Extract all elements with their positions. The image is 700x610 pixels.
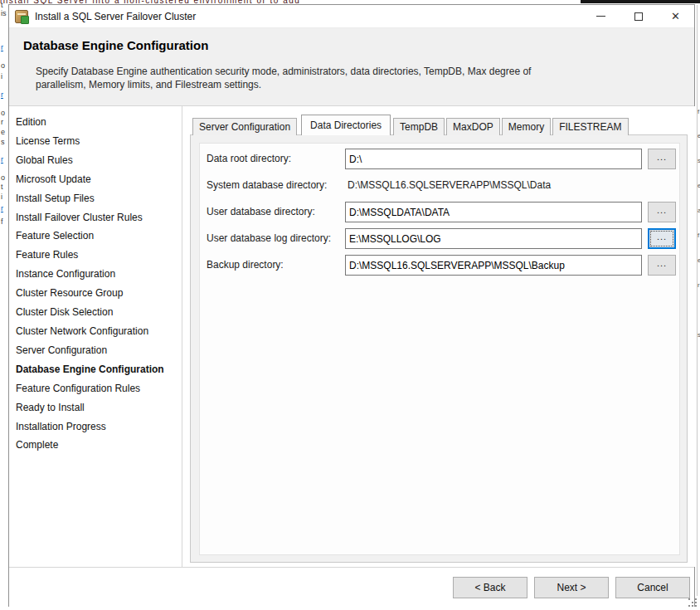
background-window-bar [581, 0, 700, 3]
tab-maxdop[interactable]: MaxDOP [446, 118, 500, 135]
background-char: i [1, 73, 2, 81]
back-button[interactable]: < Back [453, 577, 527, 598]
sidebar-item-cluster-disk-selection: Cluster Disk Selection [16, 303, 178, 322]
minimize-icon [596, 16, 605, 17]
minimize-button[interactable] [582, 5, 620, 27]
background-left-fragments: tisroiroresrotirf [0, 0, 8, 610]
background-char: r [1, 205, 3, 212]
resize-grip[interactable] [688, 598, 698, 608]
sidebar-item-installation-progress: Installation Progress [16, 417, 178, 437]
sidebar-item-complete: Complete [16, 436, 178, 455]
user-database-directory-browse-button[interactable]: ... [648, 202, 676, 222]
tab-server-configuration[interactable]: Server Configuration [192, 118, 297, 135]
background-char: t [1, 2, 3, 9]
content-area: Server ConfigurationData DirectoriesTemp… [183, 106, 696, 567]
field-row-user-database-directory: User database directory:... [200, 202, 679, 222]
page-title: Database Engine Configuration [23, 38, 208, 52]
data-root-directory-input[interactable] [345, 149, 642, 169]
field-row-backup-directory: Backup directory:... [200, 255, 679, 276]
field-label: User database directory: [207, 206, 315, 217]
maximize-button[interactable] [620, 5, 657, 27]
background-char: r [1, 91, 3, 99]
background-char: r [1, 44, 3, 51]
sidebar-item-cluster-network-configuration: Cluster Network Configuration [16, 322, 178, 341]
backup-directory-input[interactable] [345, 255, 642, 276]
field-row-system-database-directory: System database directory:D:\MSSQL16.SQL… [200, 175, 679, 196]
user-database-log-directory-browse-button[interactable]: ... [648, 228, 676, 249]
sidebar-item-install-failover-cluster-rules: Install Failover Cluster Rules [16, 208, 178, 227]
background-char: f [698, 109, 699, 115]
sidebar-item-cluster-resource-group: Cluster Resource Group [16, 284, 178, 303]
background-char: is [1, 10, 7, 17]
background-char: r [698, 282, 700, 289]
data-directories-tabpanel: Data root directory:...System database d… [190, 134, 688, 563]
background-char: o [1, 110, 5, 117]
window-controls: ✕ [582, 5, 694, 27]
footer-buttons: < BackNext >Cancel [9, 567, 694, 607]
sidebar-item-feature-rules: Feature Rules [16, 246, 178, 265]
sidebar-item-edition: Edition [16, 113, 178, 132]
cancel-button[interactable]: Cancel [615, 577, 690, 598]
background-char: i [1, 193, 2, 201]
tabstrip: Server ConfigurationData DirectoriesTemp… [192, 115, 630, 135]
field-label: Backup directory: [207, 259, 284, 271]
tab-memory[interactable]: Memory [502, 118, 551, 135]
background-char: r [1, 156, 3, 163]
system-database-directory-value: D:\MSSQL16.SQLSERVERAPP\MSSQL\Data [348, 179, 551, 191]
next-button[interactable]: Next > [534, 577, 609, 598]
backup-directory-browse-button[interactable]: ... [648, 255, 676, 276]
sidebar-item-license-terms: License Terms [16, 132, 178, 151]
sidebar-item-ready-to-install: Ready to Install [16, 398, 178, 417]
sidebar-item-microsoft-update: Microsoft Update [16, 170, 178, 189]
background-char: r [1, 119, 3, 126]
background-char: e [1, 129, 5, 136]
fields-panel: Data root directory:...System database d… [199, 143, 680, 555]
user-database-log-directory-input[interactable] [345, 228, 642, 249]
field-row-user-database-log-directory: User database log directory:... [200, 228, 679, 249]
field-label: System database directory: [207, 179, 327, 191]
data-root-directory-browse-button[interactable]: ... [648, 149, 676, 169]
window-title: Install a SQL Server Failover Cluster [35, 11, 196, 22]
sidebar-item-feature-selection: Feature Selection [16, 227, 178, 246]
setup-wizard-dialog: Install a SQL Server Failover Cluster ✕ … [8, 4, 695, 607]
page-header: Database Engine Configuration Specify Da… [9, 28, 694, 106]
sidebar-item-instance-configuration: Instance Configuration [16, 265, 178, 284]
tab-data-directories[interactable]: Data Directories [301, 115, 391, 135]
close-icon: ✕ [671, 11, 680, 22]
tab-tempdb[interactable]: TempDB [393, 118, 445, 135]
sidebar-item-server-configuration: Server Configuration [16, 341, 178, 360]
background-char: t [1, 183, 3, 191]
sidebar-item-install-setup-files: Install Setup Files [16, 189, 178, 208]
maximize-icon [634, 12, 643, 21]
close-button[interactable]: ✕ [657, 5, 694, 27]
sidebar-item-feature-configuration-rules: Feature Configuration Rules [16, 379, 178, 398]
sidebar-item-database-engine-configuration: Database Engine Configuration [16, 360, 178, 379]
background-char: o [1, 62, 5, 70]
background-char: f [698, 232, 699, 239]
page-description: Specify Database Engine authentication s… [36, 65, 581, 91]
background-char: s [1, 139, 5, 146]
tab-filestream[interactable]: FILESTREAM [552, 118, 628, 135]
field-row-data-root-directory: Data root directory:... [200, 149, 679, 169]
wizard-steps-sidebar: EditionLicense TermsGlobal RulesMicrosof… [9, 106, 182, 567]
sql-setup-icon [15, 10, 28, 23]
sidebar-item-global-rules: Global Rules [16, 151, 178, 170]
background-char: o [1, 174, 5, 182]
background-char: f [1, 218, 3, 226]
user-database-directory-input[interactable] [345, 202, 642, 222]
titlebar: Install a SQL Server Failover Cluster ✕ [9, 5, 694, 28]
field-label: User database log directory: [207, 232, 331, 244]
main-area: EditionLicense TermsGlobal RulesMicrosof… [9, 106, 694, 567]
field-label: Data root directory: [207, 153, 291, 164]
background-right-fragments: feseafers [696, 0, 700, 610]
